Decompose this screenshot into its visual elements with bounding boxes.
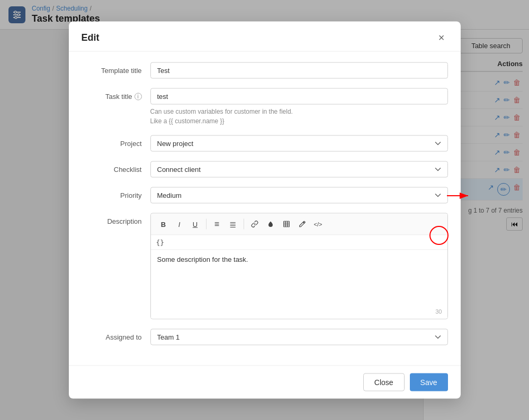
highlight-button[interactable]	[295, 217, 310, 232]
priority-select[interactable]: Medium Low High	[150, 187, 448, 204]
description-text: Some description for the task.	[157, 255, 248, 263]
modal-title: Edit	[82, 32, 100, 43]
editor-toolbar: B I U ≡ ≣	[151, 214, 447, 235]
description-label: Description	[82, 213, 150, 225]
checklist-control: Connect client	[150, 161, 448, 178]
description-editor: B I U ≡ ≣	[150, 213, 448, 319]
task-title-control: Can use custom variables for customer in…	[150, 88, 448, 126]
svg-rect-8	[283, 221, 289, 227]
editor-curly-braces[interactable]: {}	[151, 235, 447, 250]
bold-button[interactable]: B	[156, 217, 171, 232]
code-button[interactable]: </>	[311, 217, 326, 232]
italic-button[interactable]: I	[172, 217, 187, 232]
toolbar-sep-2	[244, 219, 244, 230]
unordered-list-button[interactable]: ≣	[226, 217, 240, 232]
modal-header: Edit ×	[69, 22, 461, 52]
task-title-label: Task title i	[82, 88, 150, 101]
editor-content[interactable]: Some description for the task. 30	[151, 250, 447, 319]
template-title-input[interactable]	[150, 62, 448, 79]
checklist-label: Checklist	[82, 161, 150, 174]
edit-modal: Edit × Template title Task title i Can u…	[69, 22, 461, 399]
close-button[interactable]: Close	[363, 373, 405, 391]
template-title-label: Template title	[82, 62, 150, 75]
ordered-list-button[interactable]: ≡	[210, 217, 225, 232]
template-title-control	[150, 62, 448, 79]
modal-body: Template title Task title i Can use cust…	[69, 52, 461, 366]
toolbar-sep-1	[206, 219, 207, 230]
priority-control: Medium Low High	[150, 187, 448, 204]
task-title-info-icon[interactable]: i	[135, 93, 142, 100]
description-control: B I U ≡ ≣	[150, 213, 448, 319]
table-button[interactable]	[279, 217, 294, 232]
save-button[interactable]: Save	[410, 373, 448, 391]
project-control: New project	[150, 135, 448, 152]
link-button[interactable]	[247, 217, 262, 232]
char-count: 30	[435, 308, 442, 315]
project-select[interactable]: New project	[150, 135, 448, 152]
project-label: Project	[82, 135, 150, 148]
checklist-select[interactable]: Connect client	[150, 161, 448, 178]
template-title-row: Template title	[82, 62, 448, 79]
assigned-to-row: Assigned to Team 1	[82, 329, 448, 345]
task-title-hint: Can use custom variables for customer in…	[150, 107, 448, 126]
checklist-row: Checklist Connect client	[82, 161, 448, 178]
droplet-button[interactable]	[263, 217, 278, 232]
priority-row: Priority Medium Low High	[82, 187, 448, 204]
modal-close-button[interactable]: ×	[435, 31, 448, 44]
task-title-row: Task title i Can use custom variables fo…	[82, 88, 448, 126]
task-title-input[interactable]	[150, 88, 448, 105]
underline-button[interactable]: U	[188, 217, 203, 232]
project-row: Project New project	[82, 135, 448, 152]
assigned-to-label: Assigned to	[82, 329, 150, 341]
description-row: Description B I U ≡ ≣	[82, 213, 448, 319]
priority-label: Priority	[82, 187, 150, 199]
assigned-to-control: Team 1	[150, 329, 448, 345]
modal-footer: Close Save	[69, 366, 461, 399]
assigned-to-select[interactable]: Team 1	[150, 329, 448, 345]
